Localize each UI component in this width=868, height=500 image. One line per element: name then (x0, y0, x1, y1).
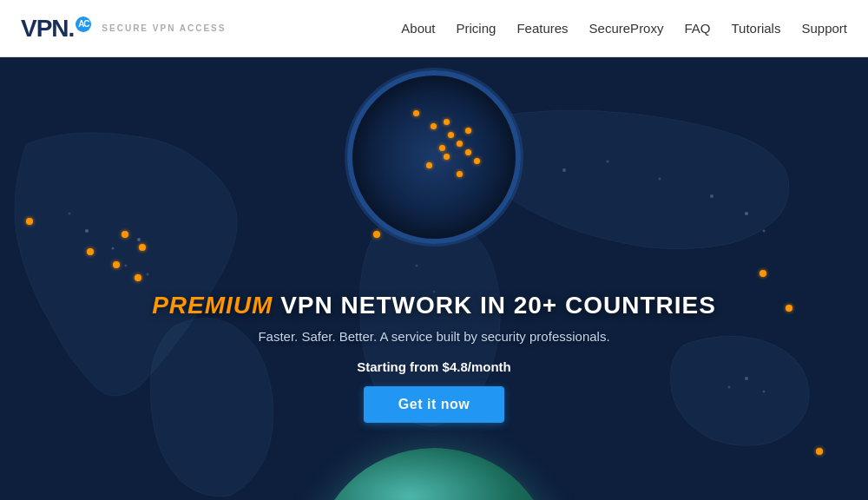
location-dot-na4 (135, 274, 141, 281)
logo-text: VPN.AC (21, 15, 91, 43)
location-dot-na6 (122, 231, 128, 238)
svg-point-4 (147, 273, 149, 276)
location-dot-au1 (816, 448, 823, 455)
nav-faq[interactable]: FAQ (684, 21, 710, 36)
svg-point-13 (607, 161, 609, 163)
location-dot-na5 (139, 244, 146, 251)
hero-subheadline: Faster. Safer. Better. A service built b… (152, 329, 716, 344)
europe-dot-9 (465, 128, 471, 134)
svg-point-17 (763, 230, 766, 233)
svg-point-5 (69, 213, 71, 215)
location-dot-af1 (373, 231, 380, 238)
hero-section: PREMIUM VPN NETWORK IN 20+ COUNTRIES Fas… (0, 57, 868, 500)
europe-dot-1 (413, 110, 419, 116)
location-dot-na2 (87, 248, 94, 255)
svg-point-0 (85, 229, 89, 233)
svg-point-22 (728, 386, 731, 389)
europe-dot-12 (457, 171, 463, 177)
svg-point-1 (112, 247, 115, 250)
svg-point-12 (562, 168, 566, 172)
europe-dot-4 (439, 145, 445, 151)
svg-point-2 (137, 238, 141, 241)
hero-headline: PREMIUM VPN NETWORK IN 20+ COUNTRIES (152, 291, 716, 320)
svg-point-15 (710, 194, 713, 198)
cta-button[interactable]: Get it now (364, 386, 504, 423)
nav-support[interactable]: Support (801, 21, 847, 36)
europe-dot-11 (474, 158, 480, 164)
svg-point-18 (416, 265, 418, 267)
location-dot-as1 (760, 270, 766, 277)
hero-headline-rest: VPN NETWORK IN 20+ COUNTRIES (273, 292, 716, 319)
location-dot-as2 (786, 305, 792, 312)
magnifier-circle (347, 70, 521, 244)
svg-point-16 (745, 212, 748, 215)
svg-point-21 (763, 391, 766, 393)
nav-pricing[interactable]: Pricing (457, 21, 496, 36)
europe-dot-7 (426, 162, 432, 168)
nav-secureproxy[interactable]: SecureProxy (589, 21, 664, 36)
europe-dot-5 (457, 141, 463, 147)
location-dot-na1 (26, 218, 33, 225)
hero-content: PREMIUM VPN NETWORK IN 20+ COUNTRIES Fas… (152, 291, 716, 423)
europe-dot-10 (465, 149, 471, 155)
logo-badge: AC (76, 16, 91, 32)
main-nav: About Pricing Features SecureProxy FAQ T… (401, 21, 847, 36)
svg-point-14 (659, 178, 661, 181)
logo-tagline: SECURE VPN ACCESS (102, 23, 226, 33)
svg-point-3 (125, 265, 128, 267)
hero-price: Starting from $4.8/month (152, 359, 716, 374)
nav-features[interactable]: Features (516, 21, 568, 36)
site-header: VPN.AC SECURE VPN ACCESS About Pricing F… (0, 0, 868, 57)
europe-dot-8 (444, 119, 450, 125)
nav-tutorials[interactable]: Tutorials (731, 21, 780, 36)
europe-dot-2 (431, 123, 437, 129)
location-dot-na3 (113, 261, 120, 268)
europe-dot-6 (444, 154, 450, 160)
hero-headline-premium: PREMIUM (152, 292, 273, 319)
nav-about[interactable]: About (401, 21, 435, 36)
svg-point-20 (745, 377, 748, 380)
europe-dot-3 (448, 132, 454, 138)
logo-area: VPN.AC SECURE VPN ACCESS (21, 15, 226, 43)
